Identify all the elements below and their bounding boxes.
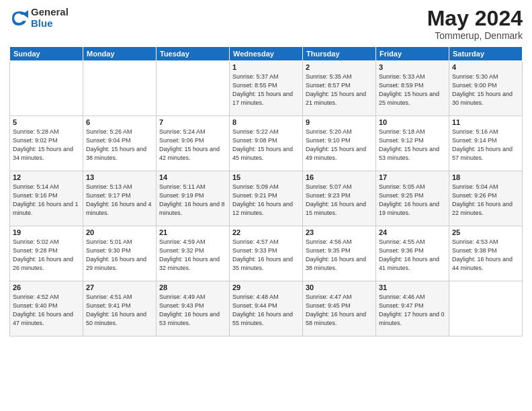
calendar-cell-w2-d4: 9Sunrise: 5:20 AM Sunset: 9:10 PM Daylig… bbox=[303, 116, 376, 171]
calendar-cell-w1-d4: 2Sunrise: 5:35 AM Sunset: 8:57 PM Daylig… bbox=[303, 61, 376, 116]
day-info: Sunrise: 5:14 AM Sunset: 9:16 PM Dayligh… bbox=[13, 183, 80, 218]
calendar-cell-w1-d6: 4Sunrise: 5:30 AM Sunset: 9:00 PM Daylig… bbox=[449, 61, 523, 116]
calendar-cell-w4-d1: 20Sunrise: 5:01 AM Sunset: 9:30 PM Dayli… bbox=[83, 226, 157, 281]
header-saturday: Saturday bbox=[449, 47, 523, 61]
day-info: Sunrise: 5:18 AM Sunset: 9:12 PM Dayligh… bbox=[379, 128, 446, 163]
day-info: Sunrise: 4:46 AM Sunset: 9:47 PM Dayligh… bbox=[379, 293, 446, 328]
day-info: Sunrise: 5:20 AM Sunset: 9:10 PM Dayligh… bbox=[306, 128, 373, 163]
day-info: Sunrise: 5:26 AM Sunset: 9:04 PM Dayligh… bbox=[86, 128, 153, 163]
day-info: Sunrise: 4:53 AM Sunset: 9:38 PM Dayligh… bbox=[452, 238, 519, 273]
day-number: 27 bbox=[86, 283, 153, 291]
day-info: Sunrise: 4:56 AM Sunset: 9:35 PM Dayligh… bbox=[306, 238, 373, 273]
calendar-cell-w1-d0 bbox=[10, 61, 83, 116]
day-info: Sunrise: 5:30 AM Sunset: 9:00 PM Dayligh… bbox=[452, 73, 519, 107]
calendar-cell-w3-d2: 14Sunrise: 5:11 AM Sunset: 9:19 PM Dayli… bbox=[157, 171, 230, 226]
calendar-cell-w1-d1 bbox=[83, 61, 157, 116]
calendar-cell-w4-d3: 22Sunrise: 4:57 AM Sunset: 9:33 PM Dayli… bbox=[230, 226, 303, 281]
month-title: May 2024 bbox=[427, 7, 523, 30]
day-info: Sunrise: 4:47 AM Sunset: 9:45 PM Dayligh… bbox=[306, 293, 373, 328]
calendar-cell-w2-d5: 10Sunrise: 5:18 AM Sunset: 9:12 PM Dayli… bbox=[376, 116, 449, 171]
day-number: 22 bbox=[232, 228, 300, 236]
header-sunday: Sunday bbox=[10, 47, 83, 61]
calendar-cell-w3-d6: 18Sunrise: 5:04 AM Sunset: 9:26 PM Dayli… bbox=[449, 171, 523, 226]
calendar-cell-w5-d2: 28Sunrise: 4:49 AM Sunset: 9:43 PM Dayli… bbox=[157, 281, 230, 336]
day-info: Sunrise: 4:52 AM Sunset: 9:40 PM Dayligh… bbox=[13, 293, 80, 328]
day-number: 1 bbox=[232, 63, 300, 71]
day-number: 21 bbox=[159, 228, 226, 236]
day-number: 9 bbox=[306, 118, 373, 126]
logo-text: General Blue bbox=[31, 7, 69, 29]
day-number: 10 bbox=[379, 118, 446, 126]
calendar-cell-w1-d5: 3Sunrise: 5:33 AM Sunset: 8:59 PM Daylig… bbox=[376, 61, 449, 116]
day-info: Sunrise: 4:51 AM Sunset: 9:41 PM Dayligh… bbox=[86, 293, 153, 328]
day-info: Sunrise: 5:09 AM Sunset: 9:21 PM Dayligh… bbox=[232, 183, 300, 218]
day-number: 3 bbox=[379, 63, 446, 71]
svg-marker-0 bbox=[23, 10, 28, 18]
day-number: 6 bbox=[86, 118, 153, 126]
header-monday: Monday bbox=[83, 47, 157, 61]
day-number: 18 bbox=[452, 173, 519, 181]
day-number: 4 bbox=[452, 63, 519, 71]
calendar-week-2: 5Sunrise: 5:28 AM Sunset: 9:02 PM Daylig… bbox=[10, 116, 523, 171]
calendar-cell-w5-d6 bbox=[449, 281, 523, 336]
day-number: 15 bbox=[232, 173, 300, 181]
calendar-cell-w4-d2: 21Sunrise: 4:59 AM Sunset: 9:32 PM Dayli… bbox=[157, 226, 230, 281]
calendar-cell-w3-d1: 13Sunrise: 5:13 AM Sunset: 9:17 PM Dayli… bbox=[83, 171, 157, 226]
calendar-cell-w1-d2 bbox=[157, 61, 230, 116]
day-number: 16 bbox=[306, 173, 373, 181]
calendar-header-row: Sunday Monday Tuesday Wednesday Thursday… bbox=[10, 47, 523, 61]
calendar-cell-w5-d3: 29Sunrise: 4:48 AM Sunset: 9:44 PM Dayli… bbox=[230, 281, 303, 336]
header: General Blue May 2024 Tommerup, Denmark bbox=[9, 7, 523, 41]
calendar-cell-w5-d4: 30Sunrise: 4:47 AM Sunset: 9:45 PM Dayli… bbox=[303, 281, 376, 336]
calendar-cell-w5-d1: 27Sunrise: 4:51 AM Sunset: 9:41 PM Dayli… bbox=[83, 281, 157, 336]
day-info: Sunrise: 5:01 AM Sunset: 9:30 PM Dayligh… bbox=[86, 238, 153, 273]
day-number: 24 bbox=[379, 228, 446, 236]
day-info: Sunrise: 4:57 AM Sunset: 9:33 PM Dayligh… bbox=[232, 238, 300, 273]
calendar-page: General Blue May 2024 Tommerup, Denmark … bbox=[0, 0, 532, 411]
location: Tommerup, Denmark bbox=[427, 30, 523, 41]
calendar-week-5: 26Sunrise: 4:52 AM Sunset: 9:40 PM Dayli… bbox=[10, 281, 523, 336]
header-thursday: Thursday bbox=[303, 47, 376, 61]
day-number: 12 bbox=[13, 173, 80, 181]
header-tuesday: Tuesday bbox=[157, 47, 230, 61]
calendar-cell-w2-d3: 8Sunrise: 5:22 AM Sunset: 9:08 PM Daylig… bbox=[230, 116, 303, 171]
day-number: 8 bbox=[232, 118, 300, 126]
day-number: 13 bbox=[86, 173, 153, 181]
day-info: Sunrise: 5:07 AM Sunset: 9:23 PM Dayligh… bbox=[306, 183, 373, 218]
day-number: 30 bbox=[306, 283, 373, 291]
day-info: Sunrise: 4:48 AM Sunset: 9:44 PM Dayligh… bbox=[232, 293, 300, 328]
header-wednesday: Wednesday bbox=[230, 47, 303, 61]
day-number: 29 bbox=[232, 283, 300, 291]
calendar-cell-w3-d3: 15Sunrise: 5:09 AM Sunset: 9:21 PM Dayli… bbox=[230, 171, 303, 226]
day-info: Sunrise: 5:24 AM Sunset: 9:06 PM Dayligh… bbox=[159, 128, 226, 163]
calendar-cell-w3-d4: 16Sunrise: 5:07 AM Sunset: 9:23 PM Dayli… bbox=[303, 171, 376, 226]
calendar-cell-w4-d6: 25Sunrise: 4:53 AM Sunset: 9:38 PM Dayli… bbox=[449, 226, 523, 281]
calendar-cell-w4-d5: 24Sunrise: 4:55 AM Sunset: 9:36 PM Dayli… bbox=[376, 226, 449, 281]
calendar-week-1: 1Sunrise: 5:37 AM Sunset: 8:55 PM Daylig… bbox=[10, 61, 523, 116]
day-info: Sunrise: 5:02 AM Sunset: 9:28 PM Dayligh… bbox=[13, 238, 80, 273]
day-number: 20 bbox=[86, 228, 153, 236]
day-info: Sunrise: 5:22 AM Sunset: 9:08 PM Dayligh… bbox=[232, 128, 300, 163]
calendar-cell-w5-d0: 26Sunrise: 4:52 AM Sunset: 9:40 PM Dayli… bbox=[10, 281, 83, 336]
day-number: 25 bbox=[452, 228, 519, 236]
day-info: Sunrise: 5:28 AM Sunset: 9:02 PM Dayligh… bbox=[13, 128, 80, 163]
day-info: Sunrise: 4:55 AM Sunset: 9:36 PM Dayligh… bbox=[379, 238, 446, 273]
calendar-cell-w5-d5: 31Sunrise: 4:46 AM Sunset: 9:47 PM Dayli… bbox=[376, 281, 449, 336]
day-info: Sunrise: 5:16 AM Sunset: 9:14 PM Dayligh… bbox=[452, 128, 519, 163]
calendar-cell-w2-d0: 5Sunrise: 5:28 AM Sunset: 9:02 PM Daylig… bbox=[10, 116, 83, 171]
day-number: 23 bbox=[306, 228, 373, 236]
day-number: 17 bbox=[379, 173, 446, 181]
logo-blue-text: Blue bbox=[31, 18, 69, 30]
day-info: Sunrise: 4:49 AM Sunset: 9:43 PM Dayligh… bbox=[159, 293, 226, 328]
day-number: 7 bbox=[159, 118, 226, 126]
calendar-cell-w2-d6: 11Sunrise: 5:16 AM Sunset: 9:14 PM Dayli… bbox=[449, 116, 523, 171]
day-info: Sunrise: 5:37 AM Sunset: 8:55 PM Dayligh… bbox=[232, 73, 300, 107]
calendar-week-4: 19Sunrise: 5:02 AM Sunset: 9:28 PM Dayli… bbox=[10, 226, 523, 281]
calendar-cell-w4-d0: 19Sunrise: 5:02 AM Sunset: 9:28 PM Dayli… bbox=[10, 226, 83, 281]
day-number: 19 bbox=[13, 228, 80, 236]
calendar-cell-w3-d5: 17Sunrise: 5:05 AM Sunset: 9:25 PM Dayli… bbox=[376, 171, 449, 226]
day-info: Sunrise: 5:35 AM Sunset: 8:57 PM Dayligh… bbox=[306, 73, 373, 107]
calendar-table: Sunday Monday Tuesday Wednesday Thursday… bbox=[9, 46, 523, 336]
logo-icon bbox=[9, 9, 28, 28]
day-info: Sunrise: 4:59 AM Sunset: 9:32 PM Dayligh… bbox=[159, 238, 226, 273]
